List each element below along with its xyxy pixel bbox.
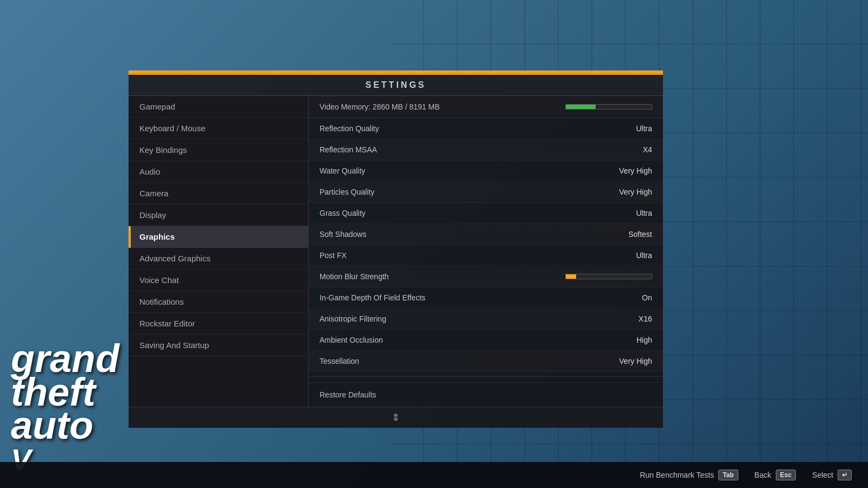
settings-body: GamepadKeyboard / MouseKey BindingsAudio… (129, 96, 663, 407)
setting-row-4[interactable]: Grass Quality Ultra (309, 203, 663, 224)
sidebar-item-label-rockstar-editor: Rockstar Editor (129, 313, 308, 335)
sidebar-item-key-bindings[interactable]: Key Bindings (129, 139, 308, 161)
setting-name-10: Ambient Occlusion (320, 336, 383, 344)
sidebar-item-notifications[interactable]: Notifications (129, 291, 308, 313)
sidebar-item-display[interactable]: Display (129, 204, 308, 226)
setting-value-1: X4 (609, 145, 652, 154)
setting-row-2[interactable]: Water Quality Very High (309, 160, 663, 182)
sidebar-item-label-graphics: Graphics (129, 226, 308, 248)
sidebar-item-label-voice-chat: Voice Chat (129, 269, 308, 291)
sidebar-item-label-display: Display (129, 204, 308, 226)
divider (309, 376, 663, 377)
settings-dialog: SETTINGS GamepadKeyboard / MouseKey Bind… (129, 70, 663, 428)
settings-header-bar (129, 70, 663, 75)
setting-value-0: Ultra (609, 124, 652, 133)
bottom-btn-back[interactable]: Back Esc (755, 470, 796, 480)
settings-sidebar: GamepadKeyboard / MouseKey BindingsAudio… (129, 96, 309, 407)
sidebar-item-advanced-graphics[interactable]: Advanced Graphics (129, 248, 308, 269)
gta-logo: grandtheftauto V (11, 342, 119, 477)
setting-value-9: X16 (609, 314, 652, 323)
setting-name-0: Reflection Quality (320, 124, 379, 133)
setting-row-1[interactable]: Reflection MSAA X4 (309, 139, 663, 160)
key-badge-select: ↵ (838, 470, 852, 480)
bottom-btn-label-benchmark: Run Benchmark Tests (640, 471, 714, 479)
sidebar-item-camera[interactable]: Camera (129, 183, 308, 204)
bottom-bar: Run Benchmark Tests Tab Back Esc Select … (0, 462, 868, 488)
key-badge-benchmark: Tab (718, 470, 738, 480)
sidebar-item-voice-chat[interactable]: Voice Chat (129, 269, 308, 291)
scroll-indicator: ⇕ (129, 407, 663, 428)
setting-value-3: Very High (609, 188, 652, 196)
vram-bar (565, 104, 652, 110)
settings-title-bar: SETTINGS (129, 75, 663, 96)
setting-row-10[interactable]: Ambient Occlusion High (309, 330, 663, 351)
settings-title: SETTINGS (365, 80, 426, 89)
setting-row-0[interactable]: Reflection Quality Ultra (309, 118, 663, 139)
setting-row-5[interactable]: Soft Shadows Softest (309, 224, 663, 245)
setting-slider-7[interactable] (565, 274, 652, 279)
vram-row: Video Memory: 2860 MB / 8191 MB (309, 96, 663, 118)
setting-name-1: Reflection MSAA (320, 145, 377, 154)
key-badge-back: Esc (776, 470, 796, 480)
sidebar-item-saving-startup[interactable]: Saving And Startup (129, 335, 308, 356)
bottom-btn-benchmark[interactable]: Run Benchmark Tests Tab (640, 470, 738, 480)
sidebar-item-rockstar-editor[interactable]: Rockstar Editor (129, 313, 308, 335)
setting-value-6: Ultra (609, 251, 652, 260)
sidebar-item-keyboard-mouse[interactable]: Keyboard / Mouse (129, 118, 308, 139)
setting-row-8[interactable]: In-Game Depth Of Field Effects On (309, 287, 663, 309)
sidebar-item-label-keyboard-mouse: Keyboard / Mouse (129, 118, 308, 139)
restore-defaults-button[interactable]: Restore Defaults (309, 382, 663, 407)
setting-row-6[interactable]: Post FX Ultra (309, 245, 663, 266)
sidebar-item-label-notifications: Notifications (129, 291, 308, 313)
setting-name-3: Particles Quality (320, 188, 374, 196)
setting-name-7: Motion Blur Strength (320, 272, 389, 281)
sidebar-item-label-saving-startup: Saving And Startup (129, 335, 308, 356)
setting-value-5: Softest (609, 230, 652, 239)
scroll-arrows-icon: ⇕ (392, 412, 400, 423)
setting-name-11: Tessellation (320, 357, 359, 365)
setting-value-2: Very High (609, 166, 652, 175)
setting-name-4: Grass Quality (320, 209, 366, 217)
bottom-btn-label-select: Select (812, 471, 833, 479)
settings-rows-container: Reflection Quality Ultra Reflection MSAA… (309, 118, 663, 372)
setting-value-10: High (609, 336, 652, 344)
setting-row-7[interactable]: Motion Blur Strength (309, 266, 663, 287)
sidebar-item-label-camera: Camera (129, 183, 308, 204)
setting-name-9: Anisotropic Filtering (320, 314, 386, 323)
sidebar-item-label-key-bindings: Key Bindings (129, 139, 308, 161)
setting-row-9[interactable]: Anisotropic Filtering X16 (309, 309, 663, 330)
sidebar-item-label-advanced-graphics: Advanced Graphics (129, 248, 308, 269)
sidebar-item-gamepad[interactable]: Gamepad (129, 96, 308, 118)
vram-bar-fill (566, 105, 596, 109)
sidebar-item-audio[interactable]: Audio (129, 161, 308, 183)
setting-row-11[interactable]: Tessellation Very High (309, 351, 663, 372)
setting-name-6: Post FX (320, 251, 347, 260)
setting-name-2: Water Quality (320, 166, 365, 175)
slider-fill-7 (566, 274, 576, 279)
sidebar-item-graphics[interactable]: Graphics (129, 226, 308, 248)
bottom-btn-label-back: Back (755, 471, 771, 479)
sidebar-item-label-gamepad: Gamepad (129, 96, 308, 118)
setting-value-4: Ultra (609, 209, 652, 217)
settings-content: Video Memory: 2860 MB / 8191 MB Reflecti… (309, 96, 663, 407)
vram-label: Video Memory: 2860 MB / 8191 MB (320, 102, 565, 111)
setting-value-11: Very High (609, 357, 652, 365)
bottom-btn-select[interactable]: Select ↵ (812, 470, 852, 480)
setting-row-3[interactable]: Particles Quality Very High (309, 182, 663, 203)
setting-name-8: In-Game Depth Of Field Effects (320, 293, 425, 302)
setting-name-5: Soft Shadows (320, 230, 366, 239)
sidebar-item-label-audio: Audio (129, 161, 308, 183)
setting-value-8: On (609, 293, 652, 302)
